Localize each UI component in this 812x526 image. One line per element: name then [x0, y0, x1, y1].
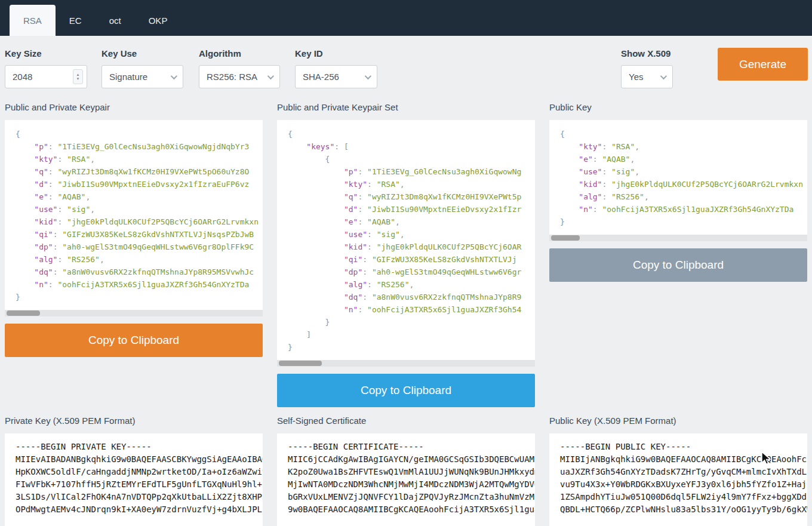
- keypair-set-code-box[interactable]: { "keys": [ { "p": "1TiE3EVg_G0lCecNsu3a…: [277, 120, 535, 367]
- chevron-down-icon: [171, 72, 177, 79]
- keypair-code-box[interactable]: { "p": "1TiE3EVg_G0lCecNsu3agh0XiGqwowNg…: [5, 120, 263, 316]
- tab-ec[interactable]: EC: [56, 5, 96, 36]
- tab-rsa[interactable]: RSA: [10, 5, 56, 36]
- show-x509-select[interactable]: Yes: [621, 65, 673, 88]
- horizontal-scrollbar[interactable]: [277, 360, 535, 367]
- copy-public-key-button[interactable]: Copy to Clipboard: [549, 248, 807, 282]
- show-x509-label: Show X.509: [621, 48, 670, 59]
- private-key-pem-title: Private Key (X.509 PEM Format): [5, 416, 263, 426]
- key-id-label: Key ID: [295, 48, 323, 59]
- scrollbar-thumb[interactable]: [551, 235, 580, 241]
- private-key-pem-box[interactable]: -----BEGIN PRIVATE KEY-----MIIEvAIBADANB…: [5, 433, 263, 526]
- generator-form: Key Size Key Use Algorithm Key ID Show X…: [0, 36, 812, 102]
- keypair-panel: Public and Private Keypair { "p": "1TiE3…: [5, 102, 263, 357]
- private-key-pem-panel: Private Key (X.509 PEM Format) -----BEGI…: [5, 416, 263, 526]
- horizontal-scrollbar[interactable]: [5, 310, 263, 316]
- copy-keypair-set-button[interactable]: Copy to Clipboard: [277, 374, 535, 407]
- public-key-panel: Public Key { "kty": "RSA", "e": "AQAB", …: [549, 102, 807, 282]
- certificate-panel: Self-Signed Certificate -----BEGIN CERTI…: [277, 416, 535, 526]
- key-size-label: Key Size: [5, 48, 42, 59]
- key-use-select[interactable]: Signature: [102, 65, 183, 88]
- scrollbar-thumb[interactable]: [7, 310, 40, 316]
- keypair-set-panel: Public and Private Keypair Set { "keys":…: [277, 102, 535, 407]
- keypair-set-title: Public and Private Keypair Set: [277, 102, 535, 113]
- scrollbar-thumb[interactable]: [279, 361, 322, 366]
- horizontal-scrollbar[interactable]: [549, 235, 807, 241]
- public-key-title: Public Key: [549, 102, 807, 113]
- key-id-select[interactable]: SHA-256: [295, 65, 377, 88]
- public-key-code-box[interactable]: { "kty": "RSA", "e": "AQAB", "use": "sig…: [549, 120, 807, 241]
- tab-oct[interactable]: oct: [96, 5, 135, 36]
- algorithm-label: Algorithm: [199, 48, 241, 59]
- algorithm-value: RS256: RSA: [207, 72, 263, 82]
- pem-output-row: Private Key (X.509 PEM Format) -----BEGI…: [0, 416, 812, 526]
- json-output-row: Public and Private Keypair { "p": "1TiE3…: [0, 102, 812, 407]
- chevron-down-icon: [660, 72, 667, 79]
- keypair-title: Public and Private Keypair: [5, 102, 263, 113]
- certificate-title: Self-Signed Certificate: [277, 416, 535, 426]
- copy-keypair-button[interactable]: Copy to Clipboard: [5, 324, 263, 357]
- show-x509-value: Yes: [629, 72, 656, 82]
- number-stepper-icon[interactable]: ▲▼: [73, 69, 83, 84]
- key-use-value: Signature: [109, 72, 166, 82]
- key-id-value: SHA-256: [303, 72, 360, 82]
- generate-button[interactable]: Generate: [718, 48, 808, 81]
- key-size-value: 2048: [13, 72, 73, 82]
- public-key-pem-title: Public Key (X.509 PEM Format): [549, 416, 807, 426]
- key-size-input[interactable]: 2048 ▲▼: [5, 65, 87, 88]
- nav-bar: RSA EC oct OKP: [0, 0, 812, 36]
- public-key-pem-box[interactable]: -----BEGIN PUBLIC KEY-----MIIBIjANBgkqhk…: [549, 433, 807, 526]
- chevron-down-icon: [365, 72, 371, 79]
- tab-okp[interactable]: OKP: [135, 5, 182, 36]
- chevron-down-icon: [267, 72, 274, 79]
- algorithm-select[interactable]: RS256: RSA: [199, 65, 280, 88]
- certificate-box[interactable]: -----BEGIN CERTIFICATE-----MIIC6jCCAdKgA…: [277, 433, 535, 526]
- key-use-label: Key Use: [102, 48, 137, 59]
- public-key-pem-panel: Public Key (X.509 PEM Format) -----BEGIN…: [549, 416, 807, 526]
